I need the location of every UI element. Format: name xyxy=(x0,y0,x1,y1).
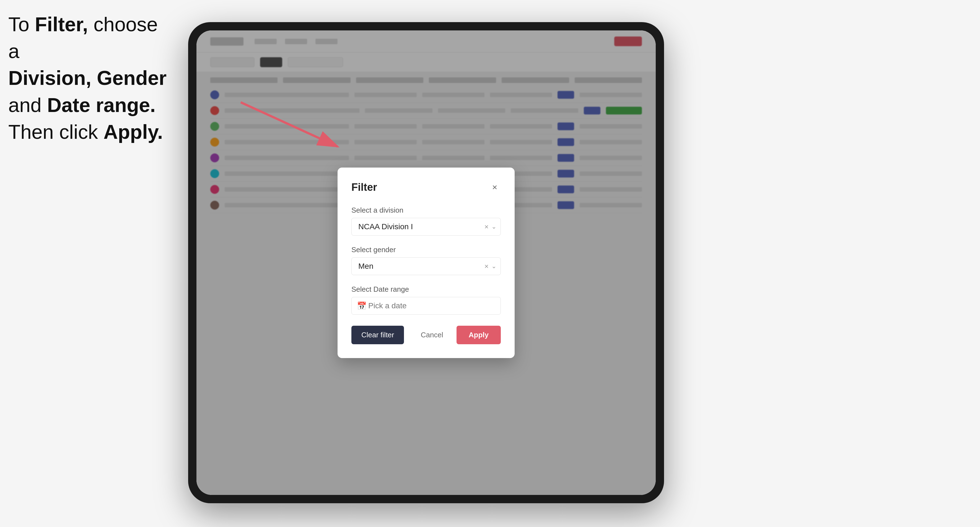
date-group: Select Date range 📅 xyxy=(352,285,501,315)
modal-close-button[interactable]: × xyxy=(488,181,501,194)
calendar-icon: 📅 xyxy=(357,301,367,310)
apply-button[interactable]: Apply xyxy=(457,326,501,344)
division-group: Select a division NCAA Division I × ⌄ xyxy=(352,206,501,236)
division-select-wrapper: NCAA Division I × ⌄ xyxy=(352,218,501,236)
instruction-bold2: Division, Gender xyxy=(8,67,167,89)
division-select[interactable]: NCAA Division I xyxy=(352,218,501,236)
instruction-text: To Filter, choose a Division, Gender and… xyxy=(8,11,169,145)
instruction-line3: and Date range. xyxy=(8,94,156,116)
division-select-controls: × ⌄ xyxy=(484,223,496,230)
instruction-line1: To Filter, choose a xyxy=(8,13,158,62)
modal-header: Filter × xyxy=(352,181,501,194)
modal-footer: Clear filter Cancel Apply xyxy=(352,326,501,344)
modal-overlay: Filter × Select a division NCAA Division… xyxy=(196,30,656,495)
gender-label: Select gender xyxy=(352,246,501,254)
date-label: Select Date range xyxy=(352,285,501,294)
gender-arrow-icon[interactable]: ⌄ xyxy=(492,263,496,270)
date-input-wrapper: 📅 xyxy=(352,297,501,315)
close-icon: × xyxy=(492,182,498,192)
gender-select-wrapper: Men × ⌄ xyxy=(352,257,501,275)
gender-select[interactable]: Men xyxy=(352,257,501,275)
cancel-button[interactable]: Cancel xyxy=(414,326,450,344)
division-label: Select a division xyxy=(352,206,501,214)
instruction-line4: Then click Apply. xyxy=(8,121,163,143)
filter-modal: Filter × Select a division NCAA Division… xyxy=(337,168,515,358)
gender-select-controls: × ⌄ xyxy=(484,263,496,270)
modal-title: Filter xyxy=(352,181,377,193)
date-input[interactable] xyxy=(352,297,501,315)
clear-filter-button[interactable]: Clear filter xyxy=(352,326,404,344)
tablet-device: Filter × Select a division NCAA Division… xyxy=(188,22,664,503)
gender-clear-icon[interactable]: × xyxy=(484,263,488,270)
tablet-screen: Filter × Select a division NCAA Division… xyxy=(196,30,656,495)
gender-group: Select gender Men × ⌄ xyxy=(352,246,501,275)
footer-right: Cancel Apply xyxy=(414,326,501,344)
division-clear-icon[interactable]: × xyxy=(484,223,488,230)
division-arrow-icon[interactable]: ⌄ xyxy=(492,223,496,230)
